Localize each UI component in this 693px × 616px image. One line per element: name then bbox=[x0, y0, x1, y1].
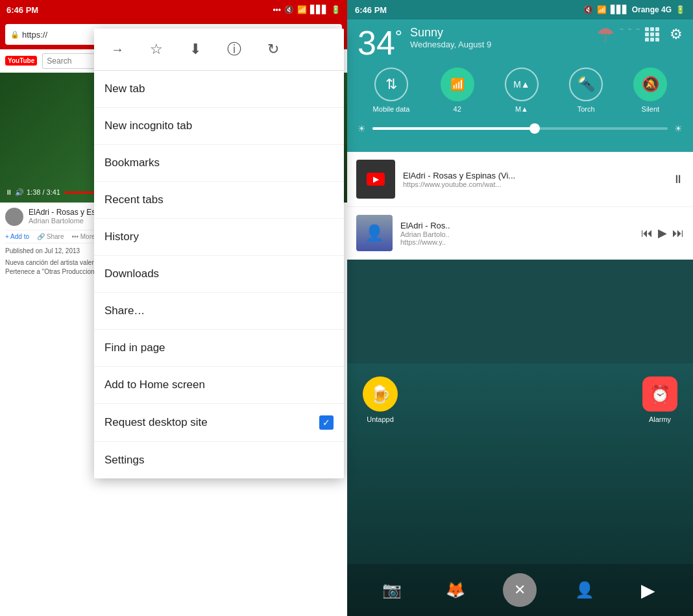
notif-2-url: https://www.y.. bbox=[400, 238, 633, 246]
toggle-silent[interactable]: 🔕 Silent bbox=[633, 68, 667, 113]
menu-item-settings[interactable]: Settings bbox=[94, 442, 344, 478]
add-btn[interactable]: + Add to bbox=[5, 233, 29, 240]
toggle-torch[interactable]: 🔦 Torch bbox=[569, 68, 603, 113]
menu-toolbar: → ☆ ⬇ ⓘ ↻ bbox=[94, 29, 344, 71]
toggle-mobile-data[interactable]: ⇅ Mobile data bbox=[373, 68, 410, 113]
menu-item-new-tab[interactable]: New tab bbox=[94, 71, 344, 108]
bookmark-icon: ☆ bbox=[150, 41, 163, 58]
android-status-icons: 🔇 📶 ▋▋▋ Orange 4G 🔋 bbox=[583, 5, 685, 14]
notif-play-btn[interactable]: ▶ bbox=[658, 226, 667, 240]
brightness-row: ☀ ☀ bbox=[358, 119, 683, 142]
dock-firefox[interactable]: 🦊 bbox=[439, 574, 472, 606]
toggle-wifi[interactable]: 📶 42 bbox=[441, 68, 474, 113]
temp-number: 34 bbox=[358, 24, 395, 62]
app-icon-alarmy[interactable]: ⏰ Alarmy bbox=[642, 376, 677, 423]
dock-contacts[interactable]: 👤 bbox=[568, 574, 601, 606]
browser-status-bar: 6:46 PM ••• 🔇 📶 ▋▋▋ 🔋 bbox=[0, 0, 347, 19]
menu-item-downloads[interactable]: Downloads bbox=[94, 256, 344, 293]
mobile-data-label: Mobile data bbox=[373, 105, 410, 113]
brightness-fill bbox=[372, 127, 535, 130]
bookmark-button[interactable]: ☆ bbox=[143, 36, 169, 62]
share-btn[interactable]: 🔗 Share bbox=[37, 233, 64, 240]
notification-shade: ~ ~ ~ ☂ 34° Sunny Wednesday, August 9 bbox=[347, 19, 693, 152]
notif-prev-btn[interactable]: ⏮ bbox=[641, 227, 653, 240]
menu-item-new-incognito-tab[interactable]: New incognito tab bbox=[94, 108, 344, 145]
mobile-data-icon: ⇅ bbox=[385, 76, 397, 93]
notif-1-controls: ⏸ bbox=[672, 173, 684, 186]
menu-item-bookmarks[interactable]: Bookmarks bbox=[94, 145, 344, 182]
info-button[interactable]: ⓘ bbox=[221, 36, 247, 62]
android-wifi-icon: 📶 bbox=[597, 5, 607, 14]
notif-next-btn[interactable]: ⏭ bbox=[672, 227, 684, 240]
menu-item-recent-tabs[interactable]: Recent tabs bbox=[94, 182, 344, 219]
notif-media-thumb: 👤 bbox=[356, 215, 393, 251]
menu-item-downloads-label: Downloads bbox=[104, 267, 159, 280]
volume-btn[interactable]: 🔊 bbox=[15, 188, 24, 197]
shade-controls: ⚙ bbox=[645, 26, 683, 43]
app-icons-row: 🍺 Untappd ⏰ Alarmy bbox=[347, 363, 693, 436]
menu-item-bookmarks-label: Bookmarks bbox=[104, 156, 160, 169]
android-carrier: Orange 4G bbox=[632, 5, 672, 14]
more-btn[interactable]: ••• More bbox=[71, 233, 95, 240]
time-display: 1:38 / 3:41 bbox=[27, 188, 60, 196]
mystery-label: M▲ bbox=[515, 105, 528, 113]
shade-grid-icon[interactable] bbox=[645, 27, 659, 42]
android-mute-icon: 🔇 bbox=[583, 5, 593, 14]
brightness-slider[interactable] bbox=[372, 127, 668, 130]
battery-icon: 🔋 bbox=[331, 5, 341, 14]
untappd-icon-symbol: 🍺 bbox=[370, 384, 391, 404]
forward-icon: → bbox=[111, 42, 124, 57]
notif-1-url: https://www.youtube.com/wat... bbox=[403, 180, 664, 188]
temperature-value: 34° bbox=[358, 24, 402, 62]
silent-icon: 🔕 bbox=[642, 76, 659, 93]
menu-item-settings-label: Settings bbox=[104, 454, 144, 467]
notif-2-title: ElAdri - Ros.. bbox=[400, 221, 633, 230]
quick-toggles-row: ⇅ Mobile data 📶 42 M▲ M▲ 🔦 Torc bbox=[358, 68, 683, 113]
notifications-area: ▶ ElAdri - Rosas y Espinas (Vi... https:… bbox=[347, 152, 693, 260]
menu-item-request-desktop[interactable]: Request desktop site ✓ bbox=[94, 404, 344, 442]
camera-icon: 📷 bbox=[382, 581, 402, 599]
notification-media: 👤 ElAdri - Ros.. Adrian Bartolo.. https:… bbox=[347, 207, 693, 260]
menu-item-history[interactable]: History bbox=[94, 219, 344, 256]
menu-item-find-in-page[interactable]: Find in page bbox=[94, 330, 344, 367]
notif-2-info: ElAdri - Ros.. Adrian Bartolo.. https://… bbox=[400, 221, 633, 246]
degree-symbol: ° bbox=[395, 27, 402, 47]
play-pause-btn[interactable]: ⏸ bbox=[5, 188, 12, 196]
info-icon: ⓘ bbox=[227, 40, 241, 59]
chrome-context-menu: → ☆ ⬇ ⓘ ↻ New tab New incognito tab Book… bbox=[94, 29, 344, 478]
android-battery-icon: 🔋 bbox=[675, 5, 685, 14]
url-text: https:// bbox=[22, 30, 47, 40]
umbrella-decoration: ☂ bbox=[596, 23, 615, 47]
alarmy-label: Alarmy bbox=[649, 415, 671, 423]
wifi-icon-circle: 📶 bbox=[441, 68, 474, 101]
download-icon: ⬇ bbox=[189, 41, 201, 58]
notif-1-info: ElAdri - Rosas y Espinas (Vi... https://… bbox=[403, 171, 664, 188]
download-button[interactable]: ⬇ bbox=[182, 36, 208, 62]
torch-label: Torch bbox=[578, 105, 595, 113]
menu-item-share[interactable]: Share… bbox=[94, 293, 344, 330]
shade-settings-icon[interactable]: ⚙ bbox=[670, 26, 683, 43]
forward-button[interactable]: → bbox=[104, 36, 130, 62]
video-controls: ⏸ 🔊 1:38 / 3:41 bbox=[5, 188, 60, 197]
weather-info: Sunny Wednesday, August 9 bbox=[410, 26, 491, 49]
app-icon-untappd[interactable]: 🍺 Untappd bbox=[363, 376, 398, 423]
notif-1-title: ElAdri - Rosas y Espinas (Vi... bbox=[403, 171, 664, 180]
menu-item-share-label: Share… bbox=[104, 304, 145, 317]
browser-status-icons: ••• 🔇 📶 ▋▋▋ 🔋 bbox=[273, 5, 341, 14]
checkmark-icon: ✓ bbox=[322, 417, 330, 428]
notif-2-artist: Adrian Bartolo.. bbox=[400, 230, 633, 238]
menu-item-add-to-home[interactable]: Add to Home screen bbox=[94, 367, 344, 404]
dock-close-button[interactable]: ✕ bbox=[503, 573, 537, 607]
notif-pause-btn[interactable]: ⏸ bbox=[672, 173, 684, 186]
refresh-button[interactable]: ↻ bbox=[260, 36, 286, 62]
firefox-icon: 🦊 bbox=[446, 581, 465, 599]
dock-play-store[interactable]: ▶ bbox=[632, 574, 664, 606]
request-desktop-checkbox[interactable]: ✓ bbox=[319, 415, 334, 430]
toggle-mystery[interactable]: M▲ M▲ bbox=[505, 68, 539, 113]
channel-avatar bbox=[5, 208, 23, 226]
menu-item-new-incognito-tab-label: New incognito tab bbox=[104, 119, 192, 132]
dock-camera[interactable]: 📷 bbox=[376, 574, 408, 606]
contacts-icon: 👤 bbox=[575, 581, 594, 599]
brightness-low-icon: ☀ bbox=[358, 123, 366, 134]
mystery-icon: M▲ bbox=[513, 79, 530, 90]
